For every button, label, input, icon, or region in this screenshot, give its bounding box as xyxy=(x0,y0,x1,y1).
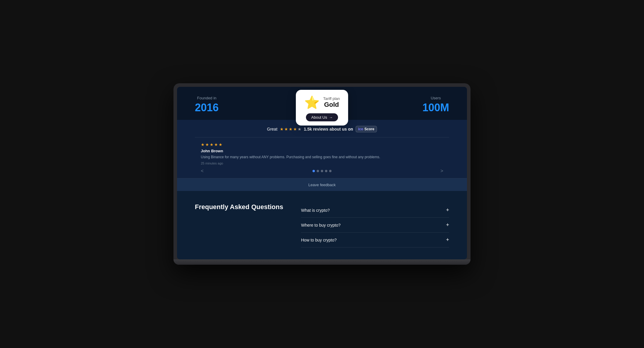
leave-feedback-link[interactable]: Leave feedback xyxy=(308,183,336,187)
users-value: 100M xyxy=(422,101,449,114)
dot-5[interactable] xyxy=(329,170,332,172)
faq-plus-1[interactable]: + xyxy=(446,207,449,213)
feedback-bar: Leave feedback xyxy=(177,178,467,191)
star-1: ★ xyxy=(280,127,284,131)
faq-plus-3[interactable]: + xyxy=(446,237,449,243)
review-star-2: ★ xyxy=(205,142,209,147)
faq-plus-2[interactable]: + xyxy=(446,222,449,228)
faq-item-2[interactable]: Where to buy crypto? + xyxy=(301,218,449,233)
star-rating: ★ ★ ★ ★ ★ xyxy=(280,127,302,131)
laptop-base xyxy=(173,259,471,265)
tariff-plan-name: Gold xyxy=(323,101,340,109)
score-text: Score xyxy=(364,127,374,131)
carousel-controls: < > xyxy=(195,170,449,172)
review-text: Using Binance for many years without ANY… xyxy=(201,154,443,160)
star-3: ★ xyxy=(289,127,293,131)
founded-value: 2016 xyxy=(195,101,219,114)
reviews-count-text: 1.5k reviews about us on xyxy=(304,127,353,131)
founded-stat: Founded in 2016 xyxy=(195,96,219,114)
about-us-button[interactable]: About Us → xyxy=(306,113,338,121)
tariff-card: ⭐ Tariff plan Gold About Us → xyxy=(296,90,348,126)
about-us-label: About Us xyxy=(311,115,327,120)
dot-2[interactable] xyxy=(317,170,319,172)
star-4: ★ xyxy=(293,127,297,131)
faq-question-3: How to buy crypto? xyxy=(301,238,337,242)
review-star-5: ★ xyxy=(219,142,222,147)
stats-section: Founded in 2016 ⭐ Tariff plan Gold About… xyxy=(177,87,467,120)
reviews-header: Great ★ ★ ★ ★ ★ 1.5k reviews about us on… xyxy=(195,126,449,137)
faq-list: What is crypto? + Where to buy crypto? +… xyxy=(301,203,449,247)
star-5: ★ xyxy=(298,127,302,131)
ico-score-badge: ico Score xyxy=(356,126,377,132)
faq-question-1: What is crypto? xyxy=(301,208,329,213)
star-2: ★ xyxy=(284,127,288,131)
great-text: Great xyxy=(267,127,277,131)
founded-label: Founded in xyxy=(195,96,219,100)
users-label: Users xyxy=(422,96,449,100)
review-stars: ★ ★ ★ ★ ★ xyxy=(201,142,443,147)
faq-item-3[interactable]: How to buy crypto? + xyxy=(301,233,449,247)
reviewer-name: John Brown xyxy=(201,149,443,153)
review-star-4: ★ xyxy=(214,142,218,147)
faq-title: Frequently Asked Questions xyxy=(195,203,283,247)
tariff-plan-label: Tariff plan xyxy=(323,96,340,101)
review-star-1: ★ xyxy=(201,142,205,147)
faq-question-2: Where to buy crypto? xyxy=(301,223,340,228)
dot-3[interactable] xyxy=(321,170,323,172)
faq-item-1[interactable]: What is crypto? + xyxy=(301,203,449,218)
faq-section: Frequently Asked Questions What is crypt… xyxy=(177,191,467,259)
ico-text: ico xyxy=(358,127,363,131)
about-us-arrow: → xyxy=(329,115,333,120)
laptop-screen: Founded in 2016 ⭐ Tariff plan Gold About… xyxy=(177,87,467,259)
review-time: 25 minutes ago xyxy=(201,162,443,165)
tariff-text-block: Tariff plan Gold xyxy=(323,96,340,109)
carousel-prev-button[interactable]: < xyxy=(201,168,203,174)
users-stat: Users 100M xyxy=(422,96,449,114)
review-card: ★ ★ ★ ★ ★ John Brown Using Binance for m… xyxy=(195,142,449,165)
carousel-next-button[interactable]: > xyxy=(441,168,443,174)
dot-4[interactable] xyxy=(325,170,327,172)
carousel-dots xyxy=(312,170,332,172)
tariff-card-inner: ⭐ Tariff plan Gold xyxy=(304,95,340,110)
reviews-section: Great ★ ★ ★ ★ ★ 1.5k reviews about us on… xyxy=(177,120,467,178)
laptop-frame: Founded in 2016 ⭐ Tariff plan Gold About… xyxy=(173,83,471,265)
review-star-3: ★ xyxy=(210,142,214,147)
dot-1[interactable] xyxy=(312,170,315,172)
gold-star-icon: ⭐ xyxy=(304,95,320,110)
